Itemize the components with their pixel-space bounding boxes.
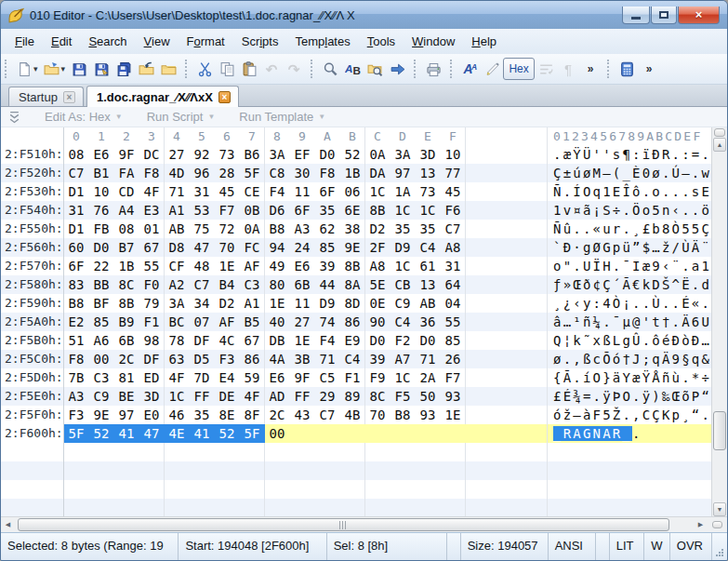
- hex-byte[interactable]: 40: [265, 313, 290, 331]
- hex-byte[interactable]: 44: [315, 275, 340, 294]
- hex-byte[interactable]: C4: [390, 313, 416, 331]
- collapse-chevrons-icon[interactable]: [8, 111, 20, 124]
- hex-byte[interactable]: 4A: [265, 350, 290, 368]
- close-button[interactable]: ×: [678, 7, 720, 24]
- hex-byte[interactable]: 61: [416, 257, 441, 275]
- hex-byte[interactable]: AB: [165, 220, 190, 238]
- hex-byte[interactable]: DF: [190, 331, 215, 350]
- toolbar-group-handle[interactable]: [5, 60, 9, 78]
- hex-byte[interactable]: 86: [340, 313, 365, 331]
- hex-byte[interactable]: 6E: [340, 201, 365, 220]
- horizontal-scroll-track[interactable]: [15, 517, 694, 532]
- hex-byte[interactable]: 73: [416, 182, 441, 201]
- hex-byte[interactable]: 52: [215, 424, 240, 443]
- hex-byte[interactable]: B8: [64, 294, 89, 313]
- hex-byte[interactable]: EF: [290, 145, 315, 164]
- run-script-dropdown[interactable]: Run Script▼: [147, 110, 216, 124]
- menu-templates[interactable]: Templates: [286, 31, 358, 52]
- restore-button[interactable]: [651, 7, 677, 24]
- hex-byte[interactable]: C3: [89, 368, 114, 387]
- hex-byte[interactable]: 47: [139, 424, 165, 443]
- hex-byte[interactable]: 6B: [290, 275, 315, 294]
- print-button[interactable]: [422, 58, 444, 80]
- hex-byte[interactable]: 8B: [114, 294, 139, 313]
- hex-byte[interactable]: 3A: [265, 145, 290, 164]
- hex-byte[interactable]: 97: [114, 406, 139, 424]
- hex-byte[interactable]: 9E: [89, 406, 114, 424]
- scroll-right-button[interactable]: ▶: [694, 517, 708, 532]
- ascii-selected-text[interactable]: _RAGNAR_: [553, 426, 632, 441]
- hex-byte[interactable]: 31: [190, 182, 215, 201]
- endian-mode[interactable]: LIT: [610, 533, 644, 560]
- ascii-cell[interactable]: _RAGNAR_.: [548, 424, 711, 443]
- hex-byte[interactable]: 93: [416, 406, 441, 424]
- hex-byte[interactable]: D5: [190, 350, 215, 368]
- hex-byte[interactable]: E6: [265, 368, 290, 387]
- ascii-cell[interactable]: â…¹ñ¼.¯µ@'t†.Ä6U: [548, 313, 711, 331]
- hex-byte[interactable]: 4E: [165, 424, 190, 443]
- ascii-cell[interactable]: .æŸÜ''s¶:ïÐR.:=.: [548, 145, 711, 164]
- hex-byte[interactable]: 3D: [139, 387, 165, 406]
- hex-byte[interactable]: A2: [165, 275, 190, 294]
- hex-byte[interactable]: 4B: [340, 406, 365, 424]
- hex-byte[interactable]: E6: [290, 257, 315, 275]
- hex-byte[interactable]: DB: [265, 331, 290, 350]
- hex-byte[interactable]: 3D: [416, 145, 441, 164]
- hex-byte[interactable]: 71: [165, 182, 190, 201]
- hex-byte[interactable]: 00: [265, 424, 290, 443]
- hex-byte[interactable]: F1: [340, 368, 365, 387]
- hex-byte[interactable]: C4: [416, 238, 441, 257]
- hex-byte[interactable]: 2C: [265, 406, 290, 424]
- hex-byte[interactable]: 28: [215, 164, 240, 182]
- find-button[interactable]: [319, 58, 341, 80]
- hex-byte[interactable]: 29: [315, 387, 340, 406]
- hex-grid[interactable]: 0123456789ABCDEF0123456789ABCDEF 2:F510h…: [1, 127, 711, 516]
- hex-byte[interactable]: 13: [416, 164, 441, 182]
- ascii-cell[interactable]: Ñ.ÍOq1EÎô.o...sE: [548, 182, 711, 201]
- ascii-cell[interactable]: Ñû..«ur.¸£b8Ò55Ç: [548, 220, 711, 238]
- hex-byte[interactable]: 63: [165, 350, 190, 368]
- hex-byte[interactable]: ED: [139, 368, 165, 387]
- hex-byte[interactable]: 38: [340, 220, 365, 238]
- open-file-button-dropdown[interactable]: ▾: [61, 64, 66, 73]
- hex-byte[interactable]: C4: [340, 350, 365, 368]
- hex-byte[interactable]: 47: [190, 238, 215, 257]
- hex-byte[interactable]: 1E: [441, 406, 466, 424]
- menu-window[interactable]: Window: [404, 31, 463, 52]
- hex-byte[interactable]: 48: [190, 257, 215, 275]
- hex-byte[interactable]: 3A: [165, 294, 190, 313]
- new-file-button-dropdown[interactable]: ▾: [33, 64, 38, 73]
- hex-byte[interactable]: 2C: [114, 350, 139, 368]
- title-bar[interactable]: 010 Editor - C:\Users\User\Desktop\test\…: [1, 1, 727, 29]
- hex-byte[interactable]: 41: [190, 424, 215, 443]
- replace-button[interactable]: AB: [341, 58, 364, 80]
- hex-byte[interactable]: D8: [165, 238, 190, 257]
- hex-byte[interactable]: 6F: [64, 257, 89, 275]
- hex-byte[interactable]: BC: [165, 313, 190, 331]
- hex-byte[interactable]: 76: [89, 201, 114, 220]
- hex-byte[interactable]: B1: [89, 164, 114, 182]
- hex-byte[interactable]: 75: [190, 220, 215, 238]
- run-template-dropdown[interactable]: Run Template▼: [239, 110, 325, 124]
- hex-byte[interactable]: F6: [441, 201, 466, 220]
- hex-byte[interactable]: 06: [340, 182, 365, 201]
- hex-byte[interactable]: CD: [114, 182, 139, 201]
- horizontal-scroll-thumb[interactable]: [18, 518, 669, 531]
- hex-byte[interactable]: 1C: [365, 182, 390, 201]
- hex-byte[interactable]: D1: [64, 220, 89, 238]
- hex-byte[interactable]: C7: [190, 275, 215, 294]
- hex-byte[interactable]: 2A: [416, 368, 441, 387]
- hex-byte[interactable]: D9: [315, 294, 340, 313]
- hex-byte[interactable]: 45: [441, 182, 466, 201]
- hex-byte[interactable]: F4: [315, 331, 340, 350]
- hex-byte[interactable]: 0A: [240, 220, 265, 238]
- hex-byte[interactable]: DC: [139, 145, 165, 164]
- hex-byte[interactable]: 43: [290, 406, 315, 424]
- hex-byte[interactable]: 77: [441, 164, 466, 182]
- hex-byte[interactable]: 85: [441, 331, 466, 350]
- hex-byte[interactable]: 01: [139, 220, 165, 238]
- hex-byte[interactable]: 70: [215, 238, 240, 257]
- charset-mode[interactable]: ANSI: [549, 533, 596, 560]
- ascii-cell[interactable]: ƒ»Œð¢Ç´Ã€kDŠ^Ë.d: [548, 275, 711, 294]
- hex-byte[interactable]: F7: [441, 368, 466, 387]
